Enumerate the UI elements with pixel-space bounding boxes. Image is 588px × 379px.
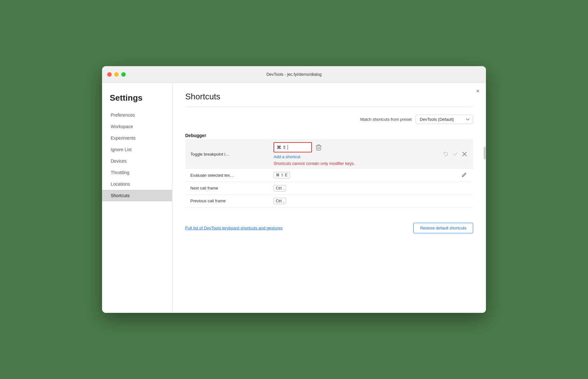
scrollbar-thumb[interactable] — [484, 147, 486, 159]
shortcut-name-evaluate: Evaluate selected tex… — [185, 169, 268, 182]
shortcut-action-editing — [437, 140, 473, 169]
editing-actions — [442, 150, 468, 158]
sidebar-item-ignore-list[interactable]: Ignore List — [102, 144, 172, 155]
scrollbar-track — [483, 147, 486, 275]
close-traffic-light[interactable] — [107, 72, 112, 77]
titlebar: DevTools - jec.fyi/demo/dialog — [102, 66, 486, 83]
delete-shortcut-button[interactable] — [314, 143, 323, 152]
edit-shortcut-button[interactable] — [460, 171, 468, 179]
sidebar-item-shortcuts[interactable]: Shortcuts — [102, 190, 172, 201]
minimize-traffic-light[interactable] — [114, 72, 119, 77]
restore-defaults-button[interactable]: Restore default shortcuts — [413, 223, 473, 233]
add-shortcut-link[interactable]: Add a shortcut — [274, 154, 432, 159]
table-row: Evaluate selected tex… ⌘ ⇧ E — [185, 169, 473, 182]
sidebar-title: Settings — [102, 90, 172, 109]
shortcuts-table: Toggle breakpoint i… ⌘ ⇧ — [185, 139, 473, 207]
sidebar-item-devices[interactable]: Devices — [102, 155, 172, 167]
shortcut-keys-prev-frame: Ctrl , — [268, 195, 437, 207]
table-row: Toggle breakpoint i… ⌘ ⇧ — [185, 140, 473, 169]
shortcut-keys-evaluate: ⌘ ⇧ E — [268, 169, 437, 182]
main-content: Shortcuts Match shortcuts from preset De… — [172, 83, 486, 313]
full-list-link[interactable]: Full list of DevTools keyboard shortcuts… — [185, 226, 282, 230]
sidebar-item-experiments[interactable]: Experiments — [102, 132, 172, 144]
maximize-traffic-light[interactable] — [121, 72, 126, 77]
preset-label: Match shortcuts from preset — [360, 117, 412, 122]
sidebar-item-preferences[interactable]: Preferences — [102, 109, 172, 121]
sidebar-item-workspace[interactable]: Workspace — [102, 121, 172, 132]
sidebar-item-throttling[interactable]: Throttling — [102, 167, 172, 178]
page-title: Shortcuts — [185, 92, 473, 102]
shortcut-action-prev-frame — [437, 195, 473, 207]
shortcut-action-next-frame — [437, 182, 473, 195]
cancel-edit-button[interactable] — [461, 151, 468, 158]
shortcut-action-evaluate — [437, 169, 473, 182]
preset-row: Match shortcuts from preset DevTools (De… — [185, 115, 473, 124]
shortcut-name-toggle-breakpoint: Toggle breakpoint i… — [185, 140, 268, 169]
shortcut-keys-toggle-breakpoint: ⌘ ⇧ Add — [268, 140, 437, 169]
dialog-close-button[interactable]: × — [476, 88, 480, 95]
shortcut-name-next-frame: Next call frame — [185, 182, 268, 195]
key-input[interactable]: ⌘ ⇧ — [274, 142, 312, 152]
confirm-button[interactable] — [451, 150, 459, 158]
group-title-debugger: Debugger — [185, 133, 473, 138]
footer: Full list of DevTools keyboard shortcuts… — [185, 218, 473, 233]
titlebar-title: DevTools - jec.fyi/demo/dialog — [266, 72, 322, 77]
preset-select[interactable]: DevTools (Default) Visual Studio Code — [416, 115, 473, 124]
table-row: Previous call frame Ctrl , — [185, 195, 473, 207]
key-badge: ⌘ ⇧ E — [274, 172, 290, 178]
key-symbol-shift: ⇧ — [282, 145, 286, 150]
shortcut-name-prev-frame: Previous call frame — [185, 195, 268, 207]
sidebar: Settings Preferences Workspace Experimen… — [102, 83, 172, 313]
undo-button[interactable] — [442, 150, 449, 158]
title-divider — [185, 107, 473, 107]
shortcut-keys-next-frame: Ctrl . — [268, 182, 437, 195]
traffic-lights — [107, 72, 126, 77]
settings-dialog: × Settings Preferences Workspace Experim… — [102, 83, 486, 313]
key-badge: Ctrl , — [274, 198, 286, 204]
browser-window: DevTools - jec.fyi/demo/dialog × Setting… — [102, 66, 486, 313]
key-symbol-cmd: ⌘ — [277, 145, 281, 150]
text-cursor — [288, 145, 288, 150]
error-message: Shortcuts cannot contain only modifier k… — [274, 161, 363, 166]
table-row: Next call frame Ctrl . — [185, 182, 473, 195]
key-badge: Ctrl . — [274, 185, 286, 191]
sidebar-item-locations[interactable]: Locations — [102, 178, 172, 190]
